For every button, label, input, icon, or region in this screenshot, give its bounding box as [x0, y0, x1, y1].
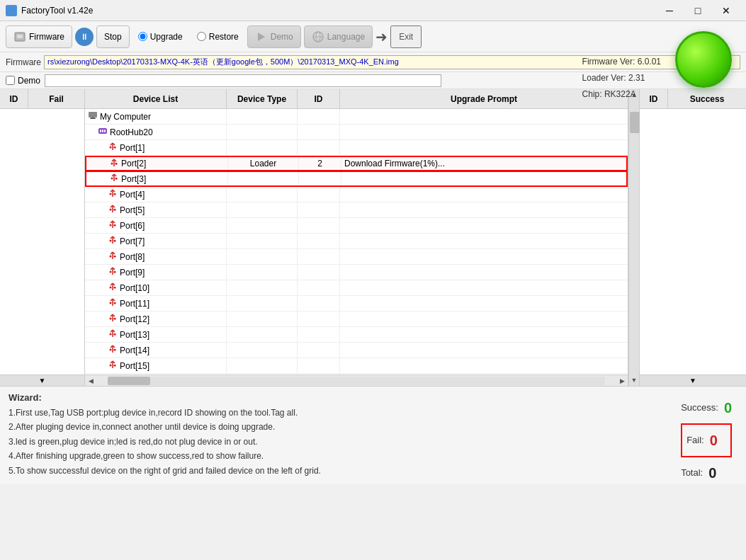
- pause-button[interactable]: ⏸: [75, 28, 94, 46]
- tree-row[interactable]: Port[2]Loader2Download Firmware(1%)...: [85, 156, 628, 171]
- fail-stat-row: Fail: 0: [681, 423, 732, 457]
- language-button[interactable]: Language: [304, 25, 373, 48]
- h-scroll-thumb[interactable]: [108, 377, 150, 385]
- tree-row[interactable]: Port[6]: [85, 218, 628, 234]
- start-button[interactable]: [675, 31, 732, 88]
- device-scrollbar[interactable]: ◀ ▶: [85, 375, 628, 386]
- device-vertical-scrollbar[interactable]: ▲ ▼: [628, 89, 640, 386]
- tree-row[interactable]: Port[10]: [85, 280, 628, 296]
- upgrade-radio[interactable]: [138, 32, 147, 41]
- tree-row[interactable]: Port[12]: [85, 312, 628, 327]
- svg-marker-2: [258, 33, 265, 41]
- svg-rect-42: [114, 224, 116, 227]
- restore-radio-label[interactable]: Restore: [191, 29, 244, 45]
- tree-cell-label: Port[8]: [120, 252, 145, 262]
- tree-cell-type: [227, 140, 298, 155]
- tree-cell-type: [227, 249, 298, 264]
- svg-point-86: [110, 365, 112, 367]
- tree-row[interactable]: Port[11]: [85, 296, 628, 312]
- scroll-right-arrow[interactable]: ▶: [616, 375, 628, 387]
- success-scroll-down[interactable]: ▼: [640, 375, 746, 386]
- fail-scroll-down[interactable]: ▼: [0, 375, 84, 386]
- tree-cell-prompt: [340, 187, 628, 202]
- svg-rect-72: [114, 318, 116, 320]
- tree-cell-name: Port[6]: [85, 218, 227, 233]
- port-icon: [108, 297, 118, 309]
- port-icon: [109, 173, 119, 185]
- fail-scroll-area[interactable]: [0, 109, 84, 375]
- fail-id-header: ID: [0, 89, 28, 109]
- h-scroll-track[interactable]: [108, 377, 605, 385]
- tree-row[interactable]: Port[3]: [85, 171, 628, 187]
- tree-row[interactable]: Port[13]: [85, 327, 628, 343]
- tree-cell-id: [298, 280, 340, 295]
- tree-row[interactable]: Port[9]: [85, 265, 628, 280]
- scroll-down-arrow[interactable]: ▼: [629, 375, 639, 386]
- demo-checkbox[interactable]: [6, 76, 15, 85]
- demo-checkbox-label[interactable]: Demo: [6, 76, 40, 86]
- tree-cell-type: [227, 109, 298, 124]
- tree-cell-name: Port[8]: [85, 249, 227, 264]
- demo-text-input[interactable]: [45, 74, 441, 87]
- svg-rect-87: [114, 365, 116, 367]
- tree-cell-name: Port[4]: [85, 187, 227, 202]
- tree-row[interactable]: Port[1]: [85, 140, 628, 156]
- tree-row[interactable]: Port[15]: [85, 358, 628, 374]
- svg-point-81: [110, 349, 112, 351]
- svg-rect-52: [114, 256, 116, 258]
- port-icon: [108, 235, 118, 247]
- maximize-button[interactable]: □: [684, 0, 712, 21]
- total-stat-label: Total:: [681, 463, 703, 484]
- firmware-ver-row: Firmware Ver: 6.0.01: [582, 54, 661, 70]
- firmware-icon: [13, 30, 26, 43]
- tree-row[interactable]: Port[7]: [85, 234, 628, 249]
- app-title: FactoryTool v1.42e: [21, 6, 93, 16]
- tree-cell-label: Port[1]: [120, 143, 145, 153]
- tree-cell-type: [227, 296, 298, 311]
- device-tree[interactable]: My ComputerRootHub20 Port[1] Port[2]Load…: [85, 109, 628, 375]
- upgrade-radio-label[interactable]: Upgrade: [132, 29, 188, 45]
- svg-rect-17: [114, 147, 116, 149]
- tree-cell-name: Port[15]: [85, 358, 227, 373]
- loader-ver-label: Loader Ver:: [582, 73, 626, 83]
- firmware-button[interactable]: Firmware: [6, 25, 72, 48]
- tree-row[interactable]: Port[14]: [85, 343, 628, 358]
- demo-button[interactable]: Demo: [247, 25, 301, 48]
- close-button[interactable]: ✕: [712, 0, 740, 21]
- tree-cell-id: [298, 140, 340, 155]
- exit-button[interactable]: Exit: [390, 25, 422, 48]
- titlebar-controls: ─ □ ✕: [655, 0, 740, 21]
- success-stat-row: Success: 0: [681, 392, 732, 423]
- device-panel: Device List Device Type ID Upgrade Promp…: [85, 89, 628, 386]
- main-content: ID Fail ▼ Device List Device Type ID Upg…: [0, 89, 746, 387]
- exit-label: Exit: [399, 32, 413, 42]
- total-stat-row: Total: 0: [681, 457, 732, 488]
- tree-row[interactable]: RootHub20: [85, 125, 628, 140]
- restore-radio[interactable]: [197, 32, 206, 41]
- svg-point-76: [110, 333, 112, 336]
- titlebar: FactoryTool v1.42e ─ □ ✕: [0, 0, 746, 21]
- success-scroll-area[interactable]: [640, 109, 746, 375]
- wizard-line-1: 1.First use,Tag USB port:plug device in,…: [9, 406, 737, 420]
- tree-cell-type: [227, 202, 298, 217]
- scroll-left-arrow[interactable]: ◀: [85, 375, 96, 387]
- svg-point-21: [111, 162, 113, 164]
- version-area: Firmware Ver: 6.0.01 Loader Ver: 2.31 Ch…: [582, 54, 661, 102]
- tree-cell-label: Port[3]: [121, 174, 146, 184]
- tree-cell-prompt: [340, 265, 628, 280]
- tree-row[interactable]: My Computer: [85, 109, 628, 125]
- tree-row[interactable]: Port[8]: [85, 249, 628, 265]
- scroll-v-thumb[interactable]: [630, 112, 640, 133]
- tree-cell-prompt: [340, 343, 628, 358]
- tree-cell-name: Port[14]: [85, 343, 227, 358]
- stop-button[interactable]: Stop: [96, 25, 130, 48]
- tree-cell-label: Port[13]: [120, 330, 149, 340]
- demo-label: Demo: [271, 32, 293, 42]
- device-type-col-header: Device Type: [227, 89, 298, 109]
- svg-rect-77: [114, 333, 116, 336]
- minimize-button[interactable]: ─: [655, 0, 684, 21]
- tree-row[interactable]: Port[5]: [85, 202, 628, 218]
- tree-cell-label: RootHub20: [110, 127, 153, 137]
- tree-row[interactable]: Port[4]: [85, 187, 628, 202]
- svg-rect-11: [102, 130, 103, 132]
